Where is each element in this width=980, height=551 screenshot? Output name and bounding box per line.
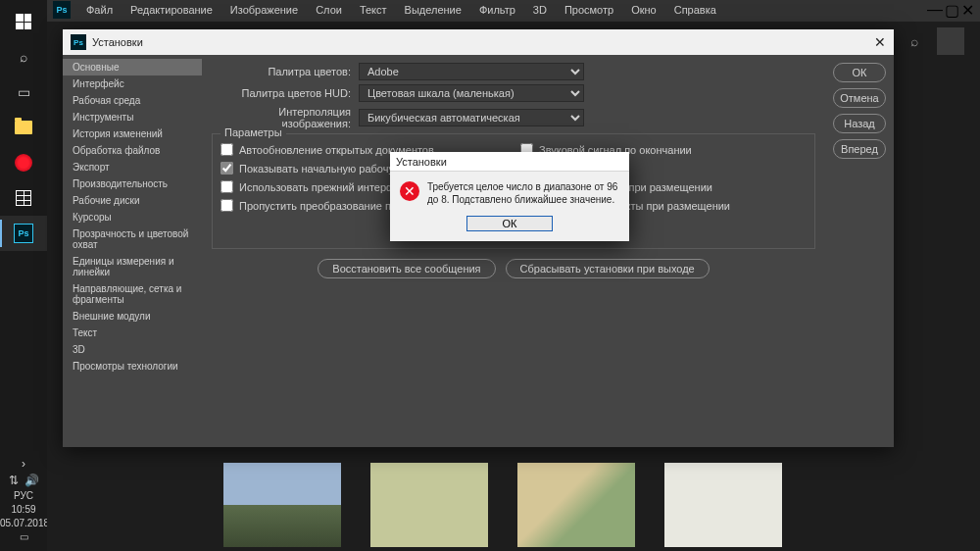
ok-button[interactable]: ОК <box>833 63 886 82</box>
clock-date: 05.07.2018 <box>0 518 47 528</box>
alert-ok-button[interactable]: ОК <box>466 216 553 231</box>
menu-window[interactable]: Окно <box>623 2 664 18</box>
sidebar-item-workspace[interactable]: Рабочая среда <box>63 92 202 109</box>
maximize-button[interactable]: ▢ <box>945 1 959 20</box>
sidebar-item-tools[interactable]: Инструменты <box>63 109 202 125</box>
thumbnail-item[interactable]: Old2.png янв. 30-го, 1:24 дня <box>517 463 635 551</box>
sidebar-item-cursors[interactable]: Курсоры <box>63 209 202 225</box>
preferences-main: Палитра цветов: Adobe Палитра цветов HUD… <box>202 55 825 447</box>
menu-view[interactable]: Просмотр <box>557 2 621 18</box>
error-icon: ✕ <box>400 181 419 201</box>
thumbnail-preview <box>664 463 782 547</box>
photoshop-icon: Ps <box>14 224 33 243</box>
chk-legacy[interactable] <box>220 180 233 193</box>
sidebar-item-history[interactable]: История изменений <box>63 125 202 142</box>
thumbnail-item[interactable]: New2+Old2.psd янв. 30-го, 1:31 дня <box>370 463 488 551</box>
search-taskbar[interactable]: ⌕ <box>0 39 47 75</box>
thumbnail-item[interactable]: IMG_7284.JPG янв. 31-го, 6:44 вечера <box>223 463 341 551</box>
menu-image[interactable]: Изображение <box>222 2 306 18</box>
windows-taskbar: ⌕ ▭ Ps › ⇅🔊 РУС 10:59 05.07.2018 ▭ <box>0 0 47 551</box>
close-button[interactable]: ✕ <box>961 1 974 20</box>
reset-on-quit-button[interactable]: Сбрасывать установки при выходе <box>506 259 710 278</box>
chk-label: Пропустить преобразование при <box>239 200 403 212</box>
network-icon[interactable]: ⇅ <box>9 474 19 487</box>
next-button[interactable]: Вперед <box>833 139 886 159</box>
alert-dialog: Установки ✕ Требуется целое число в диап… <box>390 152 629 241</box>
chk-startscreen[interactable] <box>220 162 233 175</box>
minimize-button[interactable]: — <box>927 1 943 19</box>
search-button[interactable]: ⌕ <box>904 30 925 52</box>
hud-picker-label: Палитра цветов HUD: <box>212 87 359 99</box>
thumbnail-item[interactable]: New2.png янв. 30-го, 1:24 дня <box>664 463 782 551</box>
chk-label: Показывать начальную рабочую <box>239 163 402 175</box>
sidebar-item-plugins[interactable]: Внешние модули <box>63 308 202 325</box>
calculator-icon <box>16 190 31 206</box>
alert-title: Установки <box>390 152 629 172</box>
start-button[interactable] <box>0 4 47 39</box>
explorer-taskbar[interactable] <box>0 110 47 145</box>
opera-taskbar[interactable] <box>0 145 47 180</box>
language-indicator[interactable]: РУС <box>0 490 47 501</box>
dialog-titlebar: Ps Установки ✕ <box>63 29 894 55</box>
thumbnail-preview <box>370 463 488 547</box>
menu-text[interactable]: Текст <box>352 2 395 18</box>
sidebar-item-units[interactable]: Единицы измерения и линейки <box>63 253 202 280</box>
menu-3d[interactable]: 3D <box>525 2 555 18</box>
menu-bar: Ps Файл Редактирование Изображение Слои … <box>47 0 980 20</box>
sidebar-item-interface[interactable]: Интерфейс <box>63 75 202 92</box>
reset-warnings-button[interactable]: Восстановить все сообщения <box>318 259 495 278</box>
search-icon: ⌕ <box>20 49 27 65</box>
sidebar-item-filehandling[interactable]: Обработка файлов <box>63 142 202 159</box>
menu-help[interactable]: Справка <box>666 2 724 18</box>
dialog-buttons: ОК Отмена Назад Вперед <box>825 55 894 447</box>
opera-icon <box>15 154 32 172</box>
notifications-icon[interactable]: ▭ <box>0 531 47 542</box>
menu-filter[interactable]: Фильтр <box>471 2 523 18</box>
thumbnail-preview <box>223 463 341 547</box>
taskview-icon: ▭ <box>18 84 30 100</box>
hud-picker-select[interactable]: Цветовая шкала (маленькая) <box>359 84 584 102</box>
chk-label: Использовать прежний интерфей <box>239 181 407 193</box>
color-picker-select[interactable]: Adobe <box>359 63 584 80</box>
interpolation-select[interactable]: Бикубическая автоматическая <box>359 109 584 126</box>
sidebar-item-scratchdisks[interactable]: Рабочие диски <box>63 192 202 209</box>
dialog-title: Установки <box>92 36 143 48</box>
sidebar-item-performance[interactable]: Производительность <box>63 175 202 192</box>
menu-edit[interactable]: Редактирование <box>122 2 220 18</box>
sidebar-item-export[interactable]: Экспорт <box>63 159 202 175</box>
chevron-up-icon[interactable]: › <box>22 457 25 471</box>
windows-icon <box>16 14 31 29</box>
close-icon[interactable]: ✕ <box>874 34 886 50</box>
taskview-button[interactable]: ▭ <box>0 75 47 110</box>
prev-button[interactable]: Назад <box>833 114 886 133</box>
sidebar-item-techpreviews[interactable]: Просмотры технологии <box>63 358 202 375</box>
sidebar-item-guides[interactable]: Направляющие, сетка и фрагменты <box>63 280 202 308</box>
sidebar-item-3d[interactable]: 3D <box>63 341 202 358</box>
menu-file[interactable]: Файл <box>78 2 121 18</box>
clock-time[interactable]: 10:59 <box>0 504 47 515</box>
chk-autoupdate[interactable] <box>220 143 233 156</box>
chk-skiptransform[interactable] <box>220 199 233 212</box>
thumbnail-preview <box>517 463 635 547</box>
folder-icon <box>15 121 32 134</box>
options-legend: Параметры <box>220 126 286 138</box>
system-tray: › ⇅🔊 РУС 10:59 05.07.2018 ▭ <box>0 448 47 551</box>
sidebar-item-general[interactable]: Основные <box>63 59 202 75</box>
volume-icon[interactable]: 🔊 <box>24 474 39 487</box>
photoshop-logo: Ps <box>53 1 71 19</box>
sidebar-item-type[interactable]: Текст <box>63 325 202 341</box>
user-avatar[interactable] <box>937 27 964 55</box>
preferences-sidebar: Основные Интерфейс Рабочая среда Инструм… <box>63 55 202 447</box>
menu-layers[interactable]: Слои <box>308 2 350 18</box>
color-picker-label: Палитра цветов: <box>212 66 359 77</box>
alert-message: Требуется целое число в диапазоне от 96 … <box>427 181 619 206</box>
search-icon: ⌕ <box>910 33 918 49</box>
cancel-button[interactable]: Отмена <box>833 88 886 108</box>
photoshop-icon: Ps <box>71 34 86 50</box>
calculator-taskbar[interactable] <box>0 180 47 216</box>
photoshop-taskbar[interactable]: Ps <box>0 216 47 251</box>
sidebar-item-transparency[interactable]: Прозрачность и цветовой охват <box>63 225 202 253</box>
menu-select[interactable]: Выделение <box>397 2 469 18</box>
recent-thumbnails: IMG_7284.JPG янв. 31-го, 6:44 вечера New… <box>223 463 960 551</box>
